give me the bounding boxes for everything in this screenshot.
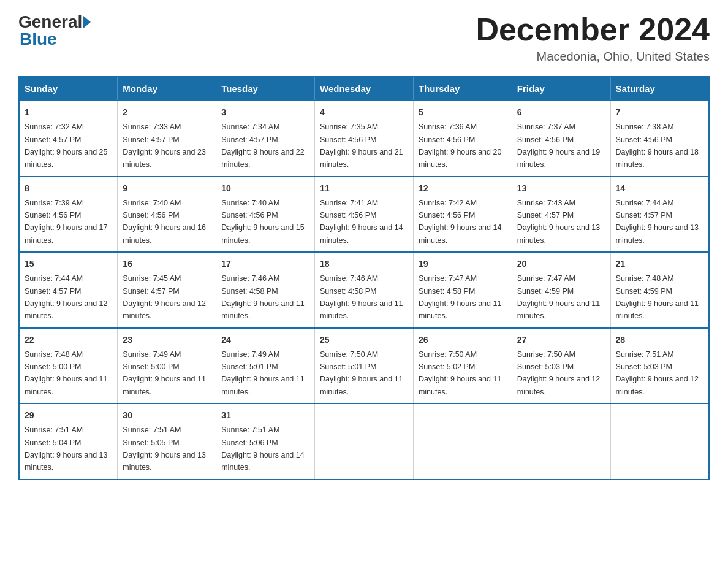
calendar-cell: 30 Sunrise: 7:51 AMSunset: 5:05 PMDaylig… (118, 404, 216, 480)
calendar-cell: 24 Sunrise: 7:49 AMSunset: 5:01 PMDaylig… (216, 328, 315, 404)
title-section: December 2024 Macedonia, Ohio, United St… (476, 12, 710, 64)
day-number: 7 (616, 106, 703, 119)
calendar-cell (610, 404, 709, 480)
day-number: 20 (517, 258, 605, 270)
weekday-header-sunday: Sunday (19, 77, 118, 101)
day-info: Sunrise: 7:44 AMSunset: 4:57 PMDaylight:… (616, 199, 699, 245)
day-info: Sunrise: 7:33 AMSunset: 4:57 PMDaylight:… (123, 123, 206, 169)
day-number: 14 (616, 182, 703, 195)
calendar-cell: 3 Sunrise: 7:34 AMSunset: 4:57 PMDayligh… (216, 101, 315, 177)
calendar-cell: 19 Sunrise: 7:47 AMSunset: 4:58 PMDaylig… (413, 252, 512, 328)
calendar-week-row: 8 Sunrise: 7:39 AMSunset: 4:56 PMDayligh… (19, 177, 709, 253)
month-year-title: December 2024 (476, 12, 710, 47)
day-number: 9 (123, 182, 211, 195)
day-info: Sunrise: 7:42 AMSunset: 4:56 PMDaylight:… (419, 199, 502, 245)
calendar-cell: 29 Sunrise: 7:51 AMSunset: 5:04 PMDaylig… (19, 404, 118, 480)
day-info: Sunrise: 7:50 AMSunset: 5:03 PMDaylight:… (517, 350, 601, 396)
day-number: 13 (517, 182, 605, 195)
day-number: 1 (25, 106, 112, 119)
calendar-cell: 1 Sunrise: 7:32 AMSunset: 4:57 PMDayligh… (19, 101, 118, 177)
calendar-cell: 17 Sunrise: 7:46 AMSunset: 4:58 PMDaylig… (216, 252, 315, 328)
weekday-header-thursday: Thursday (413, 77, 512, 101)
calendar-cell: 12 Sunrise: 7:42 AMSunset: 4:56 PMDaylig… (413, 177, 512, 253)
calendar-cell: 4 Sunrise: 7:35 AMSunset: 4:56 PMDayligh… (315, 101, 414, 177)
day-info: Sunrise: 7:34 AMSunset: 4:57 PMDaylight:… (221, 123, 305, 169)
calendar-cell: 27 Sunrise: 7:50 AMSunset: 5:03 PMDaylig… (512, 328, 610, 404)
day-info: Sunrise: 7:44 AMSunset: 4:57 PMDaylight:… (25, 274, 108, 320)
day-number: 3 (221, 106, 309, 119)
day-info: Sunrise: 7:41 AMSunset: 4:56 PMDaylight:… (320, 199, 403, 245)
calendar-week-row: 1 Sunrise: 7:32 AMSunset: 4:57 PMDayligh… (19, 101, 709, 177)
day-info: Sunrise: 7:37 AMSunset: 4:56 PMDaylight:… (517, 123, 601, 169)
day-info: Sunrise: 7:40 AMSunset: 4:56 PMDaylight:… (123, 199, 206, 245)
day-info: Sunrise: 7:38 AMSunset: 4:56 PMDaylight:… (616, 123, 699, 169)
weekday-header-row: SundayMondayTuesdayWednesdayThursdayFrid… (19, 77, 709, 101)
calendar-cell: 5 Sunrise: 7:36 AMSunset: 4:56 PMDayligh… (413, 101, 512, 177)
calendar-cell: 13 Sunrise: 7:43 AMSunset: 4:57 PMDaylig… (512, 177, 610, 253)
day-number: 31 (221, 409, 309, 422)
day-info: Sunrise: 7:50 AMSunset: 5:02 PMDaylight:… (419, 350, 502, 396)
day-number: 4 (320, 106, 408, 119)
day-number: 16 (123, 258, 211, 270)
calendar-cell: 8 Sunrise: 7:39 AMSunset: 4:56 PMDayligh… (19, 177, 118, 253)
calendar-week-row: 15 Sunrise: 7:44 AMSunset: 4:57 PMDaylig… (19, 252, 709, 328)
calendar-cell: 14 Sunrise: 7:44 AMSunset: 4:57 PMDaylig… (610, 177, 709, 253)
day-number: 30 (123, 409, 211, 422)
page-header: General Blue December 2024 Macedonia, Oh… (18, 12, 710, 64)
calendar-cell: 15 Sunrise: 7:44 AMSunset: 4:57 PMDaylig… (19, 252, 118, 328)
logo-arrow-icon (83, 16, 91, 28)
day-number: 18 (320, 258, 408, 270)
location-subtitle: Macedonia, Ohio, United States (476, 50, 710, 64)
calendar-cell: 25 Sunrise: 7:50 AMSunset: 5:01 PMDaylig… (315, 328, 414, 404)
calendar-week-row: 29 Sunrise: 7:51 AMSunset: 5:04 PMDaylig… (19, 404, 709, 480)
day-number: 23 (123, 334, 211, 347)
calendar-cell: 7 Sunrise: 7:38 AMSunset: 4:56 PMDayligh… (610, 101, 709, 177)
day-number: 5 (419, 106, 507, 119)
day-number: 10 (221, 182, 309, 195)
day-number: 8 (25, 182, 112, 195)
day-info: Sunrise: 7:51 AMSunset: 5:05 PMDaylight:… (123, 426, 206, 472)
day-number: 6 (517, 106, 605, 119)
calendar-cell (413, 404, 512, 480)
day-number: 2 (123, 106, 211, 119)
day-info: Sunrise: 7:49 AMSunset: 5:01 PMDaylight:… (221, 350, 305, 396)
day-info: Sunrise: 7:45 AMSunset: 4:57 PMDaylight:… (123, 274, 206, 320)
day-info: Sunrise: 7:48 AMSunset: 4:59 PMDaylight:… (616, 274, 699, 320)
calendar-cell: 16 Sunrise: 7:45 AMSunset: 4:57 PMDaylig… (118, 252, 216, 328)
day-info: Sunrise: 7:35 AMSunset: 4:56 PMDaylight:… (320, 123, 403, 169)
calendar-cell: 20 Sunrise: 7:47 AMSunset: 4:59 PMDaylig… (512, 252, 610, 328)
day-number: 17 (221, 258, 309, 270)
day-number: 26 (419, 334, 507, 347)
day-number: 25 (320, 334, 408, 347)
calendar-cell: 22 Sunrise: 7:48 AMSunset: 5:00 PMDaylig… (19, 328, 118, 404)
day-info: Sunrise: 7:47 AMSunset: 4:58 PMDaylight:… (419, 274, 502, 320)
calendar-cell: 11 Sunrise: 7:41 AMSunset: 4:56 PMDaylig… (315, 177, 414, 253)
calendar-cell: 21 Sunrise: 7:48 AMSunset: 4:59 PMDaylig… (610, 252, 709, 328)
day-number: 27 (517, 334, 605, 347)
day-info: Sunrise: 7:51 AMSunset: 5:04 PMDaylight:… (25, 426, 108, 472)
day-info: Sunrise: 7:40 AMSunset: 4:56 PMDaylight:… (221, 199, 305, 245)
day-number: 21 (616, 258, 703, 270)
day-info: Sunrise: 7:36 AMSunset: 4:56 PMDaylight:… (419, 123, 502, 169)
day-info: Sunrise: 7:46 AMSunset: 4:58 PMDaylight:… (221, 274, 305, 320)
calendar-table: SundayMondayTuesdayWednesdayThursdayFrid… (18, 76, 710, 480)
day-number: 15 (25, 258, 112, 270)
day-info: Sunrise: 7:49 AMSunset: 5:00 PMDaylight:… (123, 350, 206, 396)
day-number: 11 (320, 182, 408, 195)
day-number: 12 (419, 182, 507, 195)
day-info: Sunrise: 7:51 AMSunset: 5:06 PMDaylight:… (221, 426, 305, 472)
day-info: Sunrise: 7:39 AMSunset: 4:56 PMDaylight:… (25, 199, 108, 245)
calendar-cell: 2 Sunrise: 7:33 AMSunset: 4:57 PMDayligh… (118, 101, 216, 177)
day-info: Sunrise: 7:48 AMSunset: 5:00 PMDaylight:… (25, 350, 108, 396)
day-number: 19 (419, 258, 507, 270)
calendar-cell: 26 Sunrise: 7:50 AMSunset: 5:02 PMDaylig… (413, 328, 512, 404)
day-info: Sunrise: 7:32 AMSunset: 4:57 PMDaylight:… (25, 123, 108, 169)
calendar-cell: 10 Sunrise: 7:40 AMSunset: 4:56 PMDaylig… (216, 177, 315, 253)
day-number: 22 (25, 334, 112, 347)
calendar-cell: 6 Sunrise: 7:37 AMSunset: 4:56 PMDayligh… (512, 101, 610, 177)
calendar-cell: 28 Sunrise: 7:51 AMSunset: 5:03 PMDaylig… (610, 328, 709, 404)
day-info: Sunrise: 7:50 AMSunset: 5:01 PMDaylight:… (320, 350, 403, 396)
day-info: Sunrise: 7:46 AMSunset: 4:58 PMDaylight:… (320, 274, 403, 320)
logo-blue: Blue (20, 29, 57, 49)
weekday-header-tuesday: Tuesday (216, 77, 315, 101)
